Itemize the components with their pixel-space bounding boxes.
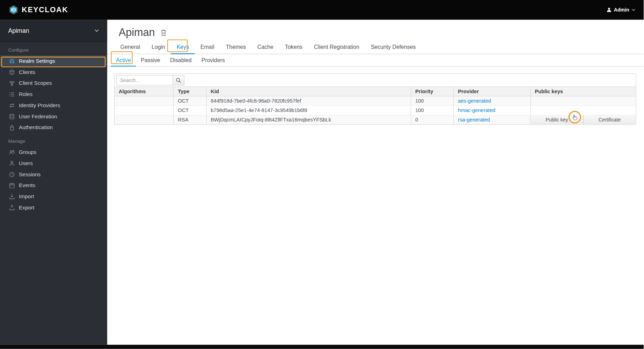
sidebar-item-label: Realm Settings	[19, 58, 55, 64]
subtab-active[interactable]: Active	[111, 54, 136, 66]
sidebar-item-realm-settings[interactable]: Realm Settings	[0, 55, 107, 67]
sidebar-item-label: Client Scopes	[19, 80, 52, 86]
cell-provider: aes-generated	[453, 96, 530, 105]
column-header-provider: Provider	[453, 87, 530, 96]
tab-keys[interactable]: Keys	[171, 40, 195, 54]
subtab-passive[interactable]: Passive	[136, 54, 165, 66]
sidebar-section-manage: Manage	[8, 139, 107, 143]
sidebar-item-authentication[interactable]: Authentication	[0, 122, 107, 133]
bottom-bar	[0, 345, 644, 349]
import-icon	[9, 193, 15, 200]
table-toolbar	[115, 74, 636, 87]
tab-themes[interactable]: Themes	[220, 40, 251, 54]
cell-public-keys	[530, 106, 636, 115]
provider-link[interactable]: aes-generated	[458, 98, 491, 104]
chevron-down-icon	[94, 29, 99, 32]
cell-type: OCT	[173, 106, 206, 115]
tab-login[interactable]: Login	[146, 40, 171, 54]
provider-link[interactable]: hmac-generated	[458, 107, 495, 113]
cell-algorithms	[115, 106, 173, 115]
clients-icon	[9, 69, 15, 75]
sidebar-item-label: Roles	[19, 91, 32, 97]
topbar: KEYCLOAK Admin	[0, 0, 644, 20]
tab-cache[interactable]: Cache	[251, 40, 279, 54]
brand-text: KEYCLOAK	[22, 6, 68, 14]
subtab-providers[interactable]: Providers	[197, 54, 230, 66]
sidebar-item-label: Clients	[19, 69, 35, 75]
sidebar-item-label: Events	[19, 182, 35, 188]
public-key-button[interactable]: Public key	[530, 115, 583, 124]
column-header-public-keys: Public keys	[530, 87, 636, 96]
search-input[interactable]	[116, 75, 173, 85]
events-icon	[9, 182, 15, 188]
column-header-kid: Kid	[206, 87, 411, 96]
sidebar-item-groups[interactable]: Groups	[0, 147, 107, 158]
sidebar-item-import[interactable]: Import	[0, 191, 107, 202]
sidebar-item-label: Users	[19, 160, 33, 166]
tab-general[interactable]: General	[115, 40, 146, 54]
search-button[interactable]	[173, 75, 184, 85]
sessions-icon	[9, 171, 15, 177]
sidebar-item-export[interactable]: Export	[0, 202, 107, 213]
sidebar-item-clients[interactable]: Clients	[0, 67, 107, 78]
user-icon	[607, 7, 612, 12]
realm-selector[interactable]: Apiman	[0, 20, 107, 42]
cell-kid: b798d5aa-25e1-4e74-8147-3c9549b1b6f8	[206, 106, 411, 115]
user-menu-label: Admin	[614, 7, 629, 13]
sidebar-item-label: Groups	[19, 149, 36, 155]
sidebar-item-label: Identity Providers	[19, 102, 60, 109]
sidebar-item-user-federation[interactable]: User Federation	[0, 111, 107, 122]
cell-priority: 100	[411, 96, 453, 105]
sidebar-item-client-scopes[interactable]: Client Scopes	[0, 77, 107, 89]
realm-tabs: General Login Keys Email Themes Cache To…	[107, 40, 644, 54]
brand[interactable]: KEYCLOAK	[8, 5, 68, 15]
keys-subtabs: Active Passive Disabled Providers	[107, 54, 644, 66]
subtab-disabled[interactable]: Disabled	[165, 54, 197, 66]
tab-security-defenses[interactable]: Security Defenses	[365, 40, 422, 54]
chevron-down-icon	[632, 9, 636, 11]
main-content: Apiman General Login Keys Email Themes C…	[107, 20, 644, 344]
cell-kid: 844f918d-7be0-4fc8-96a0-7820fc957fef	[206, 96, 411, 105]
cell-public-keys	[530, 96, 636, 105]
tab-email[interactable]: Email	[195, 40, 220, 54]
cell-priority: 0	[411, 115, 453, 124]
cell-provider: rsa-generated	[453, 115, 530, 124]
realm-settings-icon	[9, 58, 15, 64]
table-header-row: Algorithms Type Kid Priority Provider Pu…	[115, 87, 636, 96]
cell-priority: 100	[411, 106, 453, 115]
cell-algorithms	[115, 115, 173, 124]
realm-selector-label: Apiman	[8, 27, 29, 34]
groups-icon	[9, 149, 15, 155]
client-scopes-icon	[9, 80, 15, 86]
export-icon	[9, 205, 15, 211]
sidebar: Apiman Configure Realm Settings	[0, 20, 107, 344]
users-icon	[9, 160, 15, 166]
sidebar-item-sessions[interactable]: Sessions	[0, 169, 107, 180]
keys-table: Algorithms Type Kid Priority Provider Pu…	[114, 74, 636, 125]
column-header-priority: Priority	[411, 87, 453, 96]
cell-public-keys: Public key Certificate	[530, 115, 636, 124]
sidebar-item-label: Sessions	[19, 171, 41, 177]
certificate-button[interactable]: Certificate	[583, 115, 636, 124]
sidebar-item-users[interactable]: Users	[0, 158, 107, 169]
table-row: OCT b798d5aa-25e1-4e74-8147-3c9549b1b6f8…	[115, 106, 636, 115]
search-icon	[176, 77, 181, 83]
sidebar-item-identity-providers[interactable]: Identity Providers	[0, 100, 107, 111]
tab-client-registration[interactable]: Client Registration	[308, 40, 365, 54]
sidebar-section-configure: Configure	[8, 47, 107, 52]
sidebar-item-events[interactable]: Events	[0, 180, 107, 191]
user-menu[interactable]: Admin	[607, 7, 636, 13]
cell-provider: hmac-generated	[453, 106, 530, 115]
provider-link[interactable]: rsa-generated	[458, 117, 490, 122]
user-federation-icon	[9, 113, 15, 120]
delete-realm-button[interactable]	[161, 29, 167, 36]
page-title: Apiman	[119, 26, 155, 39]
sidebar-item-label: Authentication	[19, 124, 53, 131]
table-row: RSA BWjDqcmLAICpyJFotq-8l64ZllFTxa16mqbe…	[115, 115, 636, 124]
cell-type: RSA	[173, 115, 206, 124]
tab-tokens[interactable]: Tokens	[279, 40, 308, 54]
column-header-type: Type	[173, 87, 206, 96]
table-row: OCT 844f918d-7be0-4fc8-96a0-7820fc957fef…	[115, 96, 636, 106]
sidebar-item-roles[interactable]: Roles	[0, 89, 107, 100]
column-header-algorithms: Algorithms	[115, 87, 173, 96]
